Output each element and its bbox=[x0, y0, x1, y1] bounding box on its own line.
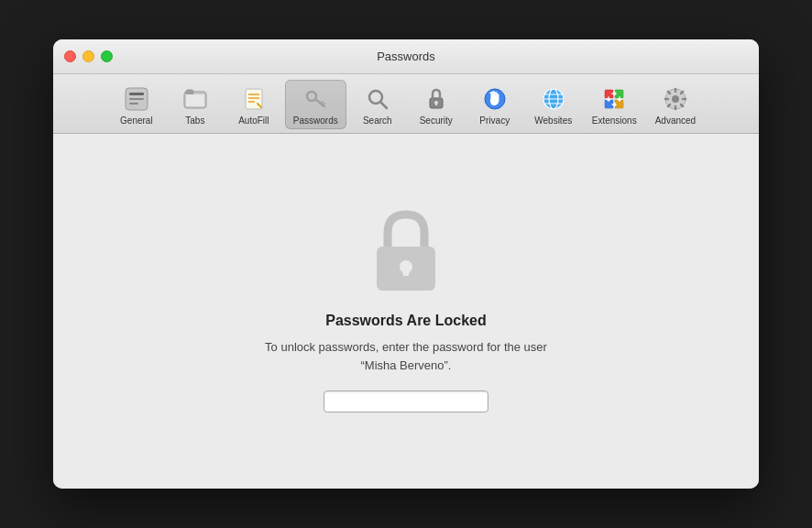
svg-point-32 bbox=[672, 95, 679, 103]
search-icon bbox=[363, 84, 392, 114]
privacy-icon bbox=[480, 84, 510, 114]
toolbar: General Tabs bbox=[53, 74, 759, 134]
tab-websites[interactable]: Websites bbox=[526, 81, 581, 128]
svg-rect-6 bbox=[186, 94, 204, 106]
titlebar: Passwords bbox=[53, 39, 759, 74]
lock-icon-container bbox=[369, 210, 443, 296]
tab-advanced[interactable]: Advanced bbox=[648, 81, 703, 128]
password-input[interactable] bbox=[324, 390, 488, 412]
tab-general[interactable]: General bbox=[109, 81, 164, 128]
svg-rect-19 bbox=[435, 103, 437, 105]
svg-line-16 bbox=[380, 103, 387, 109]
window-title: Passwords bbox=[377, 50, 435, 63]
tab-passwords[interactable]: Passwords bbox=[285, 80, 346, 129]
tab-passwords-label: Passwords bbox=[293, 116, 338, 126]
svg-rect-3 bbox=[129, 103, 138, 104]
svg-rect-1 bbox=[129, 93, 144, 95]
close-button[interactable] bbox=[64, 50, 76, 62]
tab-tabs-label: Tabs bbox=[185, 116, 204, 126]
locked-title: Passwords Are Locked bbox=[325, 313, 486, 329]
locked-subtitle: To unlock passwords, enter the password … bbox=[264, 338, 548, 374]
tab-privacy-label: Privacy bbox=[479, 116, 510, 126]
tab-general-label: General bbox=[120, 116, 153, 126]
tab-autofill-label: AutoFill bbox=[238, 116, 269, 126]
tab-extensions[interactable]: Extensions bbox=[585, 81, 644, 128]
svg-line-40 bbox=[668, 104, 670, 106]
tab-autofill[interactable]: AutoFill bbox=[226, 81, 281, 128]
security-icon bbox=[422, 84, 451, 114]
tab-search-label: Search bbox=[363, 116, 392, 126]
maximize-button[interactable] bbox=[101, 50, 113, 62]
svg-line-37 bbox=[668, 92, 670, 94]
autofill-icon bbox=[239, 84, 269, 114]
extensions-icon bbox=[599, 84, 629, 114]
passwords-icon bbox=[301, 84, 330, 114]
tab-extensions-label: Extensions bbox=[592, 116, 637, 126]
app-window: Passwords General bbox=[53, 39, 759, 489]
svg-line-39 bbox=[681, 92, 683, 94]
traffic-lights bbox=[64, 50, 113, 62]
tab-tabs[interactable]: Tabs bbox=[168, 81, 223, 128]
tab-search[interactable]: Search bbox=[350, 81, 405, 128]
content-area: Passwords Are Locked To unlock passwords… bbox=[53, 134, 759, 489]
advanced-icon bbox=[661, 84, 690, 114]
svg-rect-5 bbox=[186, 90, 193, 94]
tab-security[interactable]: Security bbox=[409, 81, 464, 128]
svg-rect-2 bbox=[129, 98, 144, 100]
tabs-icon bbox=[181, 84, 210, 114]
svg-line-38 bbox=[681, 104, 683, 106]
tab-advanced-label: Advanced bbox=[655, 116, 696, 126]
lock-icon bbox=[369, 210, 443, 292]
general-icon bbox=[122, 84, 151, 114]
tab-privacy[interactable]: Privacy bbox=[467, 81, 522, 128]
tab-security-label: Security bbox=[420, 116, 453, 126]
minimize-button[interactable] bbox=[82, 50, 94, 62]
websites-icon bbox=[539, 84, 568, 114]
tab-websites-label: Websites bbox=[534, 116, 572, 126]
svg-rect-43 bbox=[403, 267, 410, 276]
